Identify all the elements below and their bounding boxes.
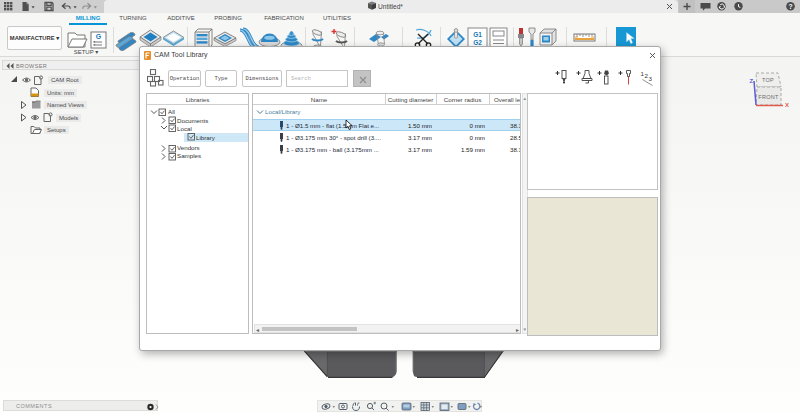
svg-text:G: G <box>96 33 102 40</box>
svg-text:G2: G2 <box>473 39 482 46</box>
svg-text:?: ? <box>788 3 792 10</box>
svg-text:FRONT: FRONT <box>758 94 779 100</box>
svg-text:3: 3 <box>649 75 653 82</box>
svg-text:Z: Z <box>750 78 754 84</box>
svg-text:TOP: TOP <box>762 77 774 83</box>
svg-text:X: X <box>785 102 789 108</box>
svg-text:G1: G1 <box>473 31 482 38</box>
